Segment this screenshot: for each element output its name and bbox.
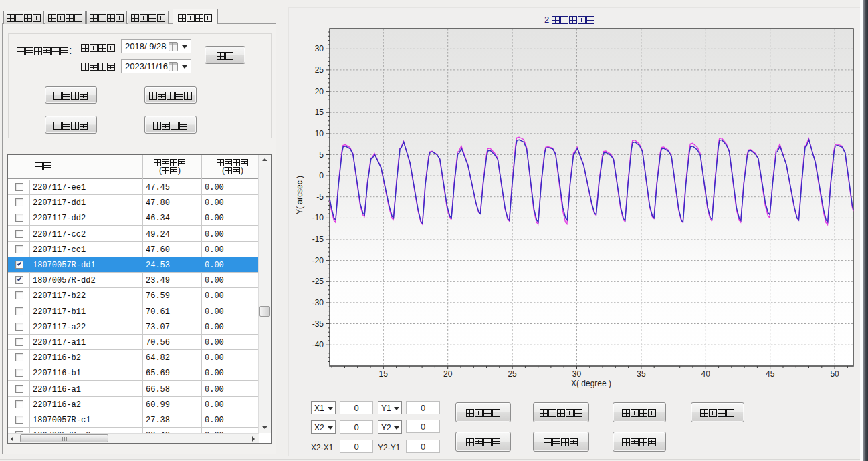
svg-text:Y( arcsec ): Y( arcsec ) bbox=[295, 176, 304, 214]
svg-text:15: 15 bbox=[379, 369, 389, 379]
svg-text:20: 20 bbox=[443, 369, 453, 379]
svg-text:25: 25 bbox=[315, 65, 324, 75]
svg-text:X( degree ): X( degree ) bbox=[571, 379, 611, 388]
svg-text:25: 25 bbox=[508, 369, 517, 379]
svg-text:30: 30 bbox=[315, 44, 324, 53]
svg-text:-15: -15 bbox=[312, 235, 324, 244]
svg-text:5: 5 bbox=[319, 150, 324, 160]
svg-text:20: 20 bbox=[315, 87, 324, 96]
svg-text:15: 15 bbox=[315, 108, 324, 117]
svg-text:-25: -25 bbox=[312, 277, 324, 286]
svg-text:50: 50 bbox=[830, 369, 839, 379]
svg-text:35: 35 bbox=[637, 369, 646, 379]
svg-text:30: 30 bbox=[572, 369, 582, 379]
svg-text:-5: -5 bbox=[316, 192, 324, 202]
svg-text:40: 40 bbox=[701, 369, 711, 379]
svg-text:-35: -35 bbox=[312, 319, 324, 329]
svg-text:-40: -40 bbox=[312, 340, 324, 349]
svg-text:-10: -10 bbox=[312, 213, 324, 222]
svg-text:-30: -30 bbox=[312, 298, 324, 307]
svg-text:45: 45 bbox=[766, 369, 775, 379]
svg-text:-20: -20 bbox=[312, 256, 324, 265]
svg-text:10: 10 bbox=[315, 129, 324, 138]
svg-text:0: 0 bbox=[319, 171, 324, 180]
